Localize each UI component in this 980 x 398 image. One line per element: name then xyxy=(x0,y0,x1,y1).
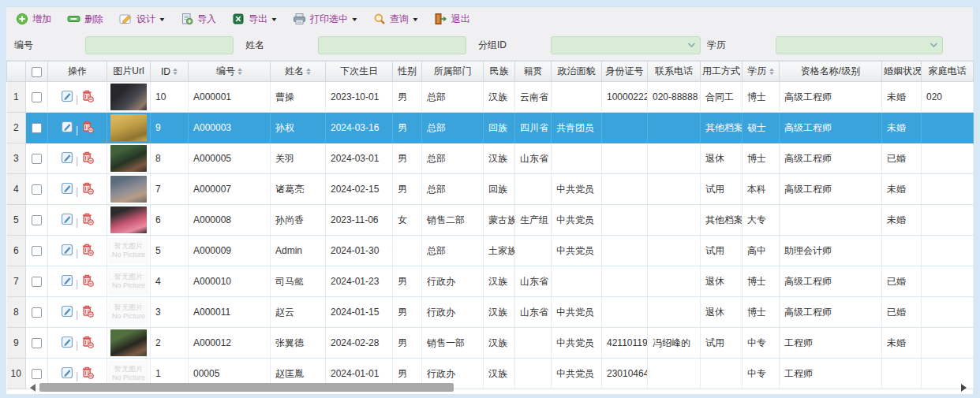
table-row[interactable]: 3|8A000005关羽2024-03-01男总部汉族山东省退休博士高级工程师已… xyxy=(7,143,974,174)
column-header-code[interactable]: 编号▲▼ xyxy=(189,61,271,82)
filter-input-code[interactable] xyxy=(85,36,234,54)
operations-separator: | xyxy=(76,155,78,166)
trash-icon[interactable] xyxy=(80,370,94,381)
cell-employ: 试用 xyxy=(701,174,742,205)
delete-icon xyxy=(67,13,80,25)
filter-select-education[interactable] xyxy=(776,36,943,54)
column-header-name[interactable]: 姓名▲▼ xyxy=(271,61,326,82)
sort-arrows-icon[interactable]: ▲▼ xyxy=(173,68,178,76)
column-header-edu[interactable]: 学历▲▼ xyxy=(742,61,780,82)
row-checkbox[interactable] xyxy=(32,277,42,287)
toolbar-button-exit[interactable]: 退出 xyxy=(434,13,470,26)
row-checkbox[interactable] xyxy=(32,123,42,133)
cell-code: A000003 xyxy=(189,113,271,143)
cell-phone: 冯绍峰的 xyxy=(648,328,701,359)
chevron-down-icon[interactable]: ▼ xyxy=(411,17,419,22)
edit-icon[interactable] xyxy=(61,278,73,289)
edit-icon[interactable] xyxy=(61,370,73,381)
row-checkbox[interactable] xyxy=(32,154,42,164)
cell-marital: 未婚 xyxy=(882,328,922,359)
row-photo-cell xyxy=(107,328,151,359)
table-row[interactable]: 9|2A000012张翼德2024-02-28男销售一部汉族中共党员421101… xyxy=(7,328,974,359)
edit-icon[interactable] xyxy=(61,340,73,351)
row-checkbox[interactable] xyxy=(32,215,42,225)
toolbar-button-label: 查询 xyxy=(390,13,409,26)
cell-code: A000007 xyxy=(189,174,271,205)
trash-icon[interactable] xyxy=(80,247,94,259)
scrollbar-thumb[interactable] xyxy=(39,383,454,392)
cell-qual: 高级工程师 xyxy=(780,82,882,113)
row-checkbox[interactable] xyxy=(32,92,42,102)
employee-table: 操作图片UrlID▲▼编号▲▼姓名▲▼下次生日性别所属部门民族籍贯政治面貌身份证… xyxy=(6,61,974,389)
column-header-id[interactable]: ID▲▼ xyxy=(151,61,189,82)
column-header-label: 学历 xyxy=(748,65,767,76)
table-row[interactable]: 5|6A000008孙尚香2023-11-06女销售二部蒙古族生产组中共党员其他… xyxy=(7,205,974,236)
cell-edu: 高中 xyxy=(742,236,780,266)
trash-icon[interactable] xyxy=(80,186,94,197)
row-checkbox[interactable] xyxy=(32,307,42,318)
cell-idcard: 10000222 xyxy=(602,82,648,113)
cell-phone xyxy=(648,205,701,236)
scroll-right-icon[interactable] xyxy=(961,384,967,392)
table-row[interactable]: 6|暂无图片No Picture5A000009Admin2024-01-30总… xyxy=(7,236,974,266)
toolbar-button-import[interactable]: 导入 xyxy=(181,13,216,26)
sort-arrows-icon[interactable]: ▲▼ xyxy=(238,68,242,76)
row-photo-cell: 暂无图片No Picture xyxy=(107,297,151,328)
row-checkbox[interactable] xyxy=(32,369,42,379)
sort-arrows-icon[interactable]: ▲▼ xyxy=(769,68,774,76)
table-row[interactable]: 7|暂无图片No Picture4A000010司马懿2024-01-23男行政… xyxy=(7,266,974,297)
trash-icon[interactable] xyxy=(80,155,94,166)
employee-photo-sun-shangxiang xyxy=(110,206,147,233)
cell-gender: 男 xyxy=(393,143,422,174)
toolbar-button-query[interactable]: 查询▼ xyxy=(373,13,418,26)
toolbar-button-delete[interactable]: 删除 xyxy=(67,13,103,26)
row-checkbox[interactable] xyxy=(32,184,42,195)
cell-employ: 退休 xyxy=(701,297,742,328)
trash-icon[interactable] xyxy=(80,217,94,228)
trash-icon[interactable] xyxy=(80,340,94,351)
cell-dept: 总部 xyxy=(422,174,484,205)
trash-icon[interactable] xyxy=(80,309,94,320)
select-all-checkbox[interactable] xyxy=(32,67,42,77)
row-checkbox[interactable] xyxy=(32,338,42,348)
chevron-down-icon[interactable]: ▼ xyxy=(350,17,358,22)
chevron-down-icon[interactable]: ▼ xyxy=(159,17,166,22)
scroll-left-icon[interactable] xyxy=(30,384,36,392)
edit-icon[interactable] xyxy=(61,309,73,320)
filter-input-name[interactable] xyxy=(318,36,466,54)
cell-ethnic: 汉族 xyxy=(484,266,515,297)
chevron-down-icon[interactable]: ▼ xyxy=(271,17,279,22)
table-row[interactable]: 2|9A000003孙权2024-03-16男总部回族四川省共青团员其他档案硕士… xyxy=(7,113,974,143)
toolbar-button-label: 退出 xyxy=(451,13,470,26)
toolbar-button-design[interactable]: 设计▼ xyxy=(119,13,165,26)
trash-icon[interactable] xyxy=(80,94,94,105)
cell-phone xyxy=(648,266,701,297)
table-row[interactable]: 8|暂无图片No Picture3A000011赵云2024-01-15男行政办… xyxy=(7,297,974,328)
cell-idcard xyxy=(602,236,648,266)
row-checkbox[interactable] xyxy=(32,246,42,256)
edit-icon[interactable] xyxy=(61,247,73,259)
toolbar-button-export[interactable]: 导出▼ xyxy=(232,13,277,26)
edit-icon[interactable] xyxy=(61,217,73,228)
toolbar-button-add[interactable]: 增加 xyxy=(16,13,51,26)
trash-icon[interactable] xyxy=(80,278,94,289)
operations-separator: | xyxy=(76,340,78,351)
edit-icon[interactable] xyxy=(61,94,73,105)
column-header-qual: 资格名称/级别 xyxy=(780,61,882,82)
cell-phone: 020-88888 xyxy=(648,82,701,113)
row-number: 5 xyxy=(7,205,26,236)
trash-icon[interactable] xyxy=(80,125,94,136)
sort-arrows-icon[interactable]: ▲▼ xyxy=(306,68,311,76)
edit-icon[interactable] xyxy=(61,125,73,136)
cell-employ: 其他档案 xyxy=(701,113,742,143)
cell-id: 4 xyxy=(151,266,189,297)
edit-icon[interactable] xyxy=(61,155,73,166)
column-header-label: 资格名称/级别 xyxy=(801,65,860,76)
column-header-idcard: 身份证号 xyxy=(602,61,648,82)
toolbar-button-print-selected[interactable]: 打印选中▼ xyxy=(293,13,357,26)
cell-code: A000010 xyxy=(189,266,271,297)
edit-icon[interactable] xyxy=(61,186,73,197)
table-row[interactable]: 1|10A000001曹操2023-10-01男总部汉族云南省100002220… xyxy=(7,82,974,113)
filter-select-group-id[interactable] xyxy=(551,36,701,54)
table-row[interactable]: 4|7A000007诸葛亮2024-02-15男总部回族中共党员试用本科高级工程… xyxy=(7,174,974,205)
